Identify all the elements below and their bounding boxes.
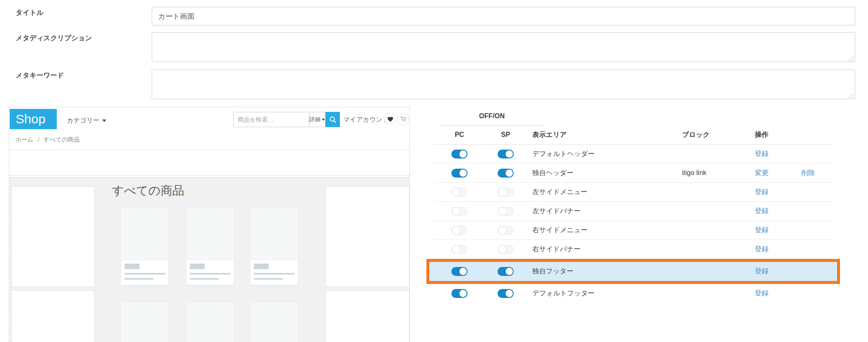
my-account-label: マイアカウント <box>343 116 389 124</box>
column-header-action: 操作 <box>755 131 801 139</box>
category-dropdown[interactable]: カテゴリー <box>67 117 106 125</box>
pc-toggle[interactable] <box>451 169 467 178</box>
product-card-placeholder <box>186 208 234 285</box>
product-card-placeholder <box>121 208 168 285</box>
action-link[interactable]: 登録 <box>755 245 768 254</box>
pc-toggle[interactable] <box>451 289 467 298</box>
action-link[interactable]: 登録 <box>755 267 768 276</box>
sp-toggle[interactable] <box>498 289 514 298</box>
layout-row: デフォルトヘッダー登録 <box>433 145 833 164</box>
block-name: itigo link <box>682 169 755 177</box>
pc-toggle[interactable] <box>451 207 467 216</box>
meta-description-textarea[interactable] <box>152 32 855 62</box>
product-search-group: 詳細 <box>233 112 340 127</box>
caret-down-icon <box>102 120 106 122</box>
block-layout-panel: OFF/ON PC SP 表示エリア ブロック 操作 デフォルトヘッダー登録独自… <box>433 107 833 303</box>
left-sidebar-block[interactable] <box>11 186 95 287</box>
sp-toggle[interactable] <box>498 245 514 254</box>
area-label: 右サイドメニュー <box>532 226 682 235</box>
toggle-knob <box>505 169 514 178</box>
area-label: 独自フッター <box>532 267 682 276</box>
shop-logo[interactable]: Shop <box>10 109 57 129</box>
action-link[interactable]: 登録 <box>755 207 768 216</box>
wishlist-button[interactable] <box>384 113 396 125</box>
toggle-knob <box>452 207 461 216</box>
sp-toggle[interactable] <box>498 226 514 235</box>
breadcrumb-separator: / <box>38 136 39 144</box>
layout-row: 右サイドメニュー登録 <box>433 221 833 240</box>
pc-toggle[interactable] <box>451 267 467 276</box>
action-link[interactable]: 変更 <box>755 169 768 178</box>
table-header-row: PC SP 表示エリア ブロック 操作 <box>433 125 833 145</box>
column-header-sp: SP <box>479 131 532 139</box>
product-image-placeholder <box>121 208 168 260</box>
search-detail-label: 詳細 <box>309 116 320 123</box>
layout-row: 左サイドメニュー登録 <box>433 183 833 202</box>
caret-down-icon <box>322 119 325 121</box>
column-header-area: 表示エリア <box>532 131 682 139</box>
shop-preview-frame: Shop カテゴリー 詳細 マイアカウント <box>9 107 410 342</box>
product-card-placeholder <box>250 208 298 285</box>
preview-page-heading: すべての商品 <box>112 183 184 199</box>
action-link[interactable]: 登録 <box>755 226 768 235</box>
product-search-input[interactable] <box>233 112 309 127</box>
cart-button[interactable] <box>397 113 409 125</box>
layout-rows: デフォルトヘッダー登録独自ヘッダーitigo link変更削除左サイドメニュー登… <box>433 145 833 303</box>
breadcrumb-home-link[interactable]: ホーム <box>15 136 33 144</box>
product-card-placeholder <box>186 303 234 342</box>
category-label: カテゴリー <box>67 117 99 125</box>
action-link[interactable]: 削除 <box>801 169 815 178</box>
block-divider <box>9 175 409 176</box>
left-sidebar-block[interactable] <box>11 290 95 342</box>
column-header-block: ブロック <box>682 131 755 139</box>
pc-toggle[interactable] <box>451 226 467 235</box>
product-card-placeholder <box>121 303 168 342</box>
toggle-knob <box>459 150 467 158</box>
product-image-placeholder <box>250 208 298 260</box>
sp-toggle[interactable] <box>498 267 514 276</box>
title-field-label: タイトル <box>16 8 44 17</box>
toggle-knob <box>459 169 467 178</box>
cart-icon <box>400 116 406 122</box>
area-label: デフォルトヘッダー <box>532 150 682 158</box>
title-input[interactable] <box>152 7 855 25</box>
toggle-knob <box>452 226 461 235</box>
product-image-placeholder <box>121 303 168 342</box>
area-label: 右サイドバナー <box>532 245 682 254</box>
action-link[interactable]: 登録 <box>755 188 768 197</box>
right-sidebar-block[interactable] <box>326 290 409 342</box>
pc-toggle[interactable] <box>451 150 467 158</box>
area-label: 独自ヘッダー <box>532 169 682 178</box>
layout-row: デフォルトフッター登録 <box>433 284 833 303</box>
area-label: 左サイドバナー <box>532 207 682 216</box>
sp-toggle[interactable] <box>498 207 514 216</box>
action-link[interactable]: 登録 <box>755 289 768 298</box>
action-link[interactable]: 登録 <box>755 150 768 158</box>
toggle-knob <box>459 267 467 276</box>
product-image-placeholder <box>186 303 234 342</box>
block-divider <box>9 150 409 150</box>
layout-row: 独自ヘッダーitigo link変更削除 <box>433 164 833 183</box>
right-sidebar-block[interactable] <box>326 186 409 287</box>
search-button[interactable] <box>326 112 340 127</box>
search-detail-dropdown[interactable]: 詳細 <box>309 112 326 127</box>
layout-row: 右サイドバナー登録 <box>433 240 833 259</box>
meta-keywords-textarea[interactable] <box>152 70 855 99</box>
table-group-header: OFF/ON <box>433 107 833 125</box>
pc-toggle[interactable] <box>451 245 467 254</box>
sp-toggle[interactable] <box>498 150 514 158</box>
breadcrumb-current: すべての商品 <box>44 136 80 144</box>
meta-description-label: メタディスクリプション <box>16 34 92 43</box>
pc-toggle[interactable] <box>451 188 467 197</box>
sp-toggle[interactable] <box>498 188 514 197</box>
layout-row: 左サイドバナー登録 <box>433 202 833 221</box>
layout-row-highlighted: 独自フッター登録 <box>426 259 840 284</box>
toggle-knob <box>498 207 507 216</box>
column-header-pc: PC <box>440 131 479 139</box>
sp-toggle[interactable] <box>498 169 514 178</box>
toggle-knob <box>505 289 514 298</box>
toggle-knob <box>498 245 507 254</box>
off-on-header: OFF/ON <box>440 107 544 125</box>
product-card-placeholder <box>250 303 298 342</box>
toggle-knob <box>505 150 514 158</box>
